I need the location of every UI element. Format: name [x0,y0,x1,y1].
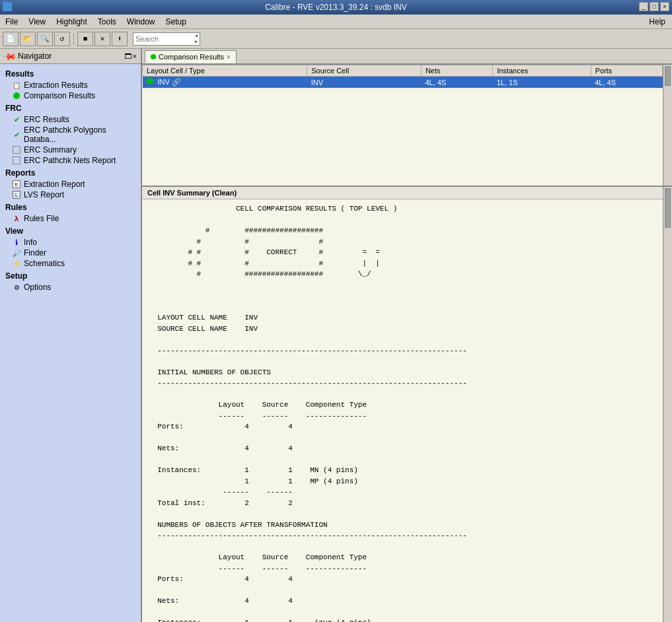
tab-comparison-results[interactable]: Comparison Results × [145,50,237,63]
toolbar-export-button[interactable]: ⬆ [112,32,128,46]
cell-layout-cell: INV 🔗 [143,77,307,88]
title-text: Calibre - RVE v2013.3_39.24 : svdb INV [265,3,407,12]
summary-header: Cell INV Summary (Clean) [142,187,663,199]
menu-tools[interactable]: Tools [95,17,119,27]
summary-scroll-content: Cell INV Summary (Clean) CELL COMPARISON… [142,187,663,622]
col-layout-cell: Layout Cell / Type [143,65,307,77]
nav-section-view: View [0,224,141,237]
row-status-icon [147,78,153,85]
search-prev-button[interactable]: ◀ [195,33,198,39]
nav-section-reports: Reports [0,166,141,179]
navigator-restore-button[interactable]: 🗖 [124,52,131,60]
cell-nets: 4L, 4S [421,77,492,88]
app-icon [3,2,12,11]
menu-setup[interactable]: Setup [163,17,189,27]
sidebar-item-erc-pathchk-polygons[interactable]: ✔ ERC Pathchk Polygons Databa... [0,125,141,145]
sidebar-item-erc-results[interactable]: ✔ ERC Results [0,114,141,125]
navigator-close-button[interactable]: × [133,52,137,60]
info-icon: ℹ [12,238,21,247]
cell-source-cell: INV [307,77,422,88]
help-button[interactable]: Help [645,16,669,28]
toolbar-refresh-button[interactable]: ↺ [54,32,70,46]
page-icon: 📋 [12,81,21,90]
navigator-title: Navigator [18,52,52,61]
summary-scrollbar[interactable] [663,187,672,622]
check-icon-1: ✔ [12,115,21,124]
search-arrows: ◀ ▶ [195,33,198,45]
navigator-close-controls: 🗖 × [124,52,137,60]
toolbar-new-button[interactable]: 📄 [3,32,19,46]
schematics-icon: ⚡ [12,259,21,268]
nav-section-setup: Setup [0,269,141,282]
navigator-content: Results 📋 Extraction Results Comparison … [0,64,141,622]
sidebar-item-lvs-report[interactable]: L LVS Report [0,190,141,200]
results-table-area: Layout Cell / Type Source Cell Nets Inst… [142,65,672,187]
col-ports: Ports [591,65,662,77]
sidebar-item-extraction-results[interactable]: 📋 Extraction Results [0,80,141,90]
toolbar-cross-button[interactable]: ✕ [94,32,110,46]
nav-label-options: Options [24,283,51,292]
cell-instances: 1L, 1S [493,77,591,88]
toolbar-separator-1 [73,33,74,45]
sidebar-item-options[interactable]: ⚙ Options [0,282,141,293]
nav-label-extraction-report: Extraction Report [24,180,85,189]
sidebar-item-erc-pathchk-nets[interactable]: ERC Pathchk Nets Report [0,155,141,166]
nav-label-erc-pathchk-polygons: ERC Pathchk Polygons Databa... [24,125,135,144]
nav-label-erc-pathchk-nets: ERC Pathchk Nets Report [24,156,116,165]
search-next-button[interactable]: ▶ [195,39,198,45]
toolbar-open-button[interactable]: 📂 [20,32,36,46]
col-nets: Nets [421,65,492,77]
col-source-cell: Source Cell [307,65,422,77]
results-table: Layout Cell / Type Source Cell Nets Inst… [142,65,663,88]
nav-label-schematics: Schematics [24,259,65,268]
tab-label: Comparison Results [159,53,224,61]
toolbar: 📄 📂 🔍 ↺ ■ ✕ ⬆ ◀ ▶ [0,29,672,49]
sidebar-item-comparison-results[interactable]: Comparison Results [0,90,141,101]
summary-scrollbar-thumb[interactable] [665,188,671,228]
green-circle-icon [12,91,21,100]
search-input[interactable] [135,35,195,43]
nav-label-extraction-results: Extraction Results [24,81,88,90]
nav-label-info: Info [24,238,37,247]
nav-section-rules: Rules [0,200,141,213]
table-container: Layout Cell / Type Source Cell Nets Inst… [142,65,672,186]
lambda-icon: λ [12,214,21,223]
navigator-header: 📌 Navigator 🗖 × [0,49,141,64]
col-instances: Instances [493,65,591,77]
toolbar-search-button[interactable]: 🔍 [37,32,53,46]
sidebar-item-info[interactable]: ℹ Info [0,237,141,248]
menu-view[interactable]: View [26,17,48,27]
nav-label-rules-file: Rules File [24,214,59,223]
sidebar-item-erc-summary[interactable]: ERC Summary [0,145,141,155]
main-container: 📌 Navigator 🗖 × Results 📋 Extraction Res… [0,49,672,622]
lvs-icon: L [12,190,21,199]
cell-ports: 4L, 4S [591,77,662,88]
box-icon-2 [12,156,21,165]
tab-close-button[interactable]: × [227,53,231,61]
maximize-button[interactable]: □ [650,2,659,11]
nav-section-frc: FRC [0,101,141,114]
table-row[interactable]: INV 🔗 INV 4L, 4S 1L, 1S 4L, 4S [143,77,663,88]
sidebar-item-schematics[interactable]: ⚡ Schematics [0,258,141,269]
table-scrollbar[interactable] [663,65,672,186]
page-icon-2: E [12,180,21,189]
sidebar-item-rules-file[interactable]: λ Rules File [0,213,141,224]
titlebar: Calibre - RVE v2013.3_39.24 : svdb INV _… [0,0,672,15]
menu-highlight[interactable]: Highlight [54,17,90,27]
sidebar-item-finder[interactable]: 🔎 Finder [0,248,141,258]
menu-window[interactable]: Window [124,17,158,27]
box-icon-1 [12,145,21,155]
nav-label-erc-summary: ERC Summary [24,145,77,155]
toolbar-highlight-button[interactable]: ■ [77,32,93,46]
table-scrollbar-thumb[interactable] [665,66,671,86]
minimize-button[interactable]: _ [639,2,648,11]
menu-file[interactable]: File [3,17,20,27]
nav-label-erc-results: ERC Results [24,115,69,124]
summary-with-scroll: Cell INV Summary (Clean) CELL COMPARISON… [142,187,672,622]
close-button[interactable]: × [660,2,669,11]
sidebar-item-extraction-report[interactable]: E Extraction Report [0,179,141,190]
check-icon-2: ✔ [12,130,21,139]
nav-label-finder: Finder [24,248,46,258]
finder-icon: 🔎 [12,248,21,258]
summary-content[interactable]: CELL COMPARISON RESULTS ( TOP LEVEL ) # … [142,199,663,622]
